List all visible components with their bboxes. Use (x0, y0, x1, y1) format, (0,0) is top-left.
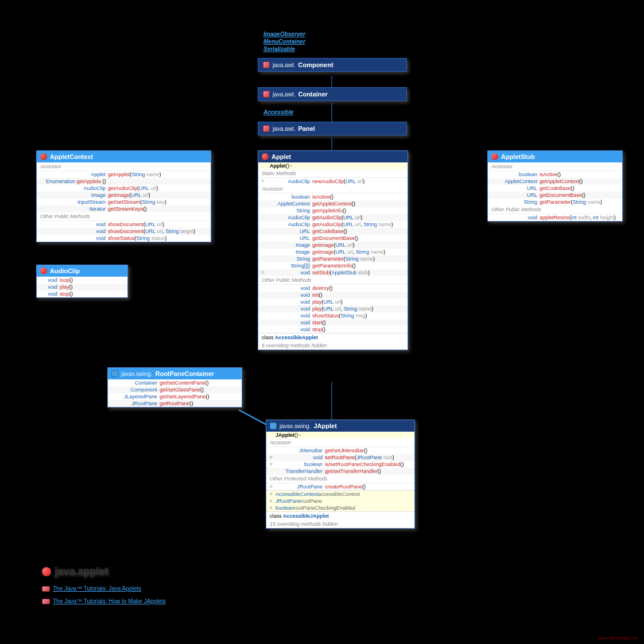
class-icon (263, 61, 270, 68)
iface-menucontainer: MenuContainer (263, 38, 305, 45)
tutorial-link-applets[interactable]: The Java™ Tutorials: Java Applets (42, 585, 141, 592)
tutorial-link-japplets[interactable]: The Java™ Tutorials: How to Make JApplet… (42, 598, 166, 604)
class-audioclip: AudioClip void loop ()void play ()void s… (36, 265, 128, 298)
package-title: java.applet (42, 565, 108, 577)
class-appletstub: AppletStub Accessor boolean isActive ()A… (487, 150, 623, 222)
interface-icon (40, 267, 47, 274)
class-rootpanecontainer: javax.swing.RootPaneContainer Container … (107, 367, 242, 408)
class-appletcontext: AppletContext Accessor Applet getApplet … (36, 150, 211, 242)
iface-serializable: Serializable (263, 46, 295, 52)
class-applet: Applet Applet () ~ Static Methods FAudio… (258, 150, 408, 350)
class-icon (262, 153, 269, 160)
iface-accessible: Accessible (263, 109, 293, 115)
class-component: java.awt.Component (258, 58, 407, 72)
class-japplet: javax.swing.JApplet JApplet () ~ Accesso… (266, 420, 415, 529)
iface-imageobserver: ImageObserver (263, 31, 305, 37)
class-container: java.awt.Container (258, 87, 407, 101)
class-icon (263, 91, 270, 98)
interface-icon (40, 153, 47, 160)
watermark: www.falkhausen.de (598, 635, 637, 641)
class-panel: java.awt.Panel (258, 122, 407, 135)
interface-icon (111, 370, 118, 377)
class-icon (263, 125, 270, 132)
class-icon (270, 422, 277, 429)
interface-icon (491, 153, 498, 160)
svg-line-4 (239, 410, 269, 426)
